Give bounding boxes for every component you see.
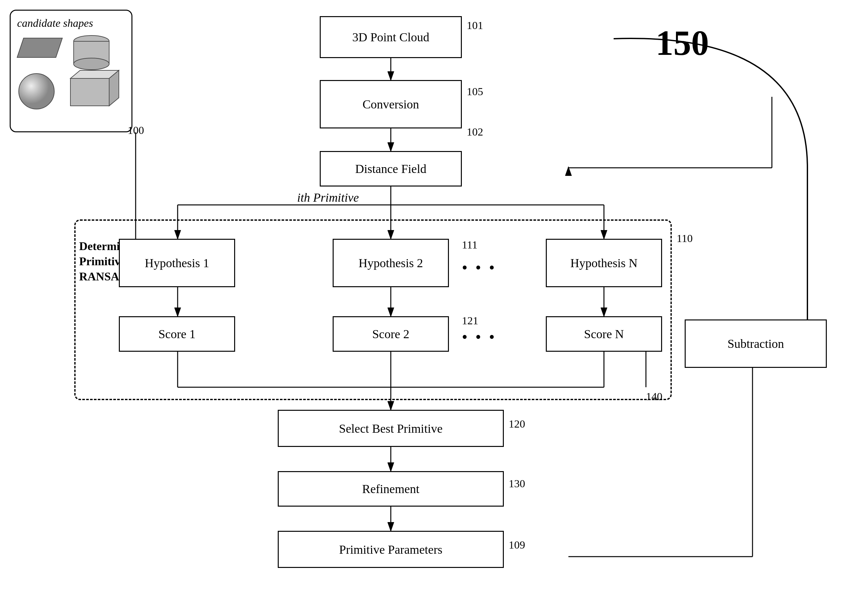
conversion-box: Conversion xyxy=(320,80,462,128)
select-best-box: Select Best Primitive xyxy=(278,410,504,447)
ith-primitive-label: ith Primitive xyxy=(297,191,359,205)
score1-box: Score 1 xyxy=(119,316,235,352)
candidate-shapes-box: candidate shapes xyxy=(10,10,132,132)
ref-102: 102 xyxy=(467,126,483,138)
svg-marker-33 xyxy=(71,78,109,106)
ref-100: 100 xyxy=(128,124,144,136)
ref-150: 150 xyxy=(656,23,709,63)
primitive-params-box: Primitive Parameters xyxy=(278,531,504,568)
refinement-box: Refinement xyxy=(278,471,504,507)
ref-140: 140 xyxy=(646,390,662,403)
ref-110: 110 xyxy=(676,232,693,245)
scoreN-box: Score N xyxy=(546,316,662,352)
ref-105: 105 xyxy=(467,85,483,98)
point-cloud-box: 3D Point Cloud xyxy=(320,16,462,58)
ref-120: 120 xyxy=(509,418,525,430)
hypothesis2-box: Hypothesis 2 xyxy=(333,239,449,287)
dots-hypothesis: • • • xyxy=(462,258,497,277)
candidate-shapes-svg xyxy=(14,28,130,125)
ref-109: 109 xyxy=(509,539,525,551)
diagram: candidate shapes 100 3D Poi xyxy=(0,0,841,616)
subtraction-box: Subtraction xyxy=(685,320,827,368)
svg-point-32 xyxy=(19,73,54,109)
hypothesis1-box: Hypothesis 1 xyxy=(119,239,235,287)
ref-121: 121 xyxy=(462,315,478,327)
score2-box: Score 2 xyxy=(333,316,449,352)
svg-marker-28 xyxy=(17,38,62,57)
svg-point-31 xyxy=(74,58,109,70)
distance-field-box: Distance Field xyxy=(320,151,462,186)
candidate-shapes-label: candidate shapes xyxy=(17,17,93,29)
ref-130: 130 xyxy=(509,478,525,490)
ref-101: 101 xyxy=(467,19,483,32)
ref-111: 111 xyxy=(462,239,477,251)
hypothesisN-box: Hypothesis N xyxy=(546,239,662,287)
dots-score: • • • xyxy=(462,327,497,346)
